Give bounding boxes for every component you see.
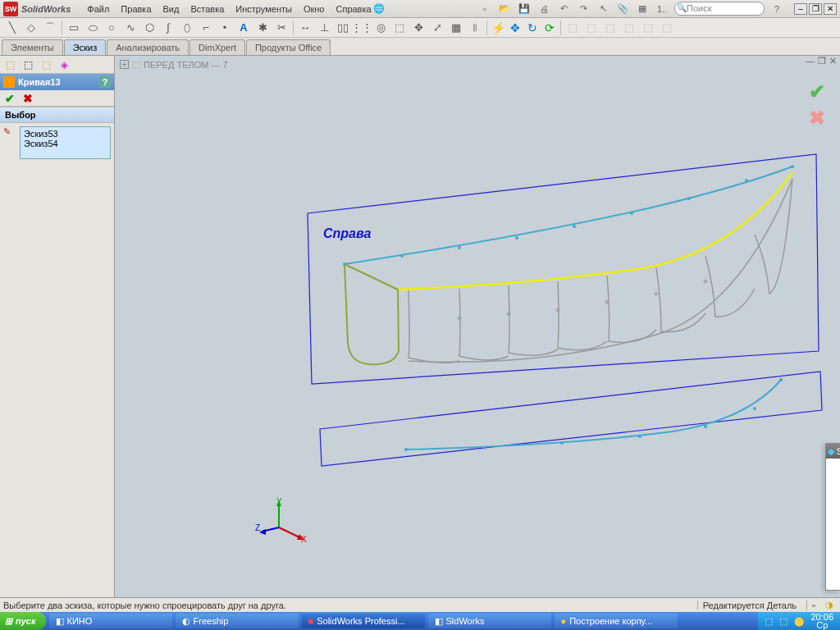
feature3-icon[interactable]: ⬚ bbox=[601, 20, 619, 36]
poly-icon[interactable]: ⬡ bbox=[140, 20, 158, 36]
grid-icon[interactable]: ▦ bbox=[635, 2, 650, 16]
arc-icon[interactable]: ⌒ bbox=[41, 20, 59, 36]
status-mode: Редактируется Деталь bbox=[697, 600, 801, 610]
print-icon[interactable]: 🖨 bbox=[536, 2, 551, 16]
move-view-icon[interactable]: ✥ bbox=[507, 20, 523, 36]
restore-button[interactable]: ❐ bbox=[809, 3, 822, 15]
circle-icon[interactable]: ○ bbox=[103, 20, 121, 36]
tab-sketch[interactable]: Эскиз bbox=[64, 39, 106, 55]
constraint-icon[interactable]: ⫴ bbox=[466, 20, 484, 36]
close-button[interactable]: ✕ bbox=[824, 3, 837, 15]
feature6-icon[interactable]: ⬚ bbox=[658, 20, 676, 36]
taskbar-item[interactable]: ◧КИНО bbox=[49, 614, 172, 628]
menu-help[interactable]: Справка bbox=[336, 4, 371, 14]
svg-point-8 bbox=[687, 197, 691, 200]
search-input[interactable]: Поиск bbox=[674, 2, 765, 16]
graphics-viewport[interactable]: — ❐ ✕ + ⬚ ПЕРЕД ТЕЛОМ --- 7 ✔ ✖ Справа bbox=[115, 56, 840, 597]
windows-taskbar: ⊞ пуск ◧КИНО ◐Freeship ■SolidWorks Profe… bbox=[0, 612, 840, 630]
snap-icon[interactable]: ✱ bbox=[253, 20, 272, 36]
taskbar-item[interactable]: ●Построение корпу... bbox=[555, 614, 678, 628]
svg-point-17 bbox=[779, 378, 783, 381]
shape-icon[interactable]: ◇ bbox=[22, 20, 40, 36]
tab-dimxpert[interactable]: DimXpert bbox=[189, 39, 245, 55]
menu-file[interactable]: Файл bbox=[87, 4, 109, 14]
grid2-icon[interactable]: ▦ bbox=[447, 20, 465, 36]
pattern-icon[interactable]: ⋮⋮ bbox=[353, 20, 371, 36]
selection-list[interactable]: Эскиз53 Эскиз54 bbox=[20, 126, 111, 159]
fillet-icon[interactable]: ⌐ bbox=[197, 20, 215, 36]
selection-item[interactable]: Эскиз54 bbox=[24, 139, 107, 148]
spline-icon[interactable]: ∿ bbox=[121, 20, 139, 36]
selection-section-header[interactable]: Выбор bbox=[0, 107, 114, 123]
ok-button[interactable]: ✔ bbox=[5, 92, 15, 105]
tray-icon[interactable]: ⬚ bbox=[779, 616, 788, 627]
tab-office[interactable]: Продукты Office bbox=[246, 39, 331, 55]
svg-point-12 bbox=[482, 446, 486, 450]
view-triad[interactable]: Y X Z bbox=[258, 499, 308, 548]
line-icon[interactable]: ╲ bbox=[3, 20, 21, 36]
open-icon[interactable]: 📂 bbox=[497, 2, 512, 16]
config-tab[interactable]: ⬚ bbox=[38, 57, 54, 72]
cancel-button[interactable]: ✖ bbox=[23, 92, 33, 105]
svg-point-16 bbox=[753, 407, 756, 410]
rect-icon[interactable]: ▭ bbox=[65, 20, 83, 36]
taskbar-item[interactable]: ◧SldWorks bbox=[428, 614, 551, 628]
tab-analyze[interactable]: Анализировать bbox=[107, 39, 189, 55]
feature5-icon[interactable]: ⬚ bbox=[639, 20, 657, 36]
svg-point-9 bbox=[745, 179, 748, 182]
point-icon[interactable]: • bbox=[216, 20, 234, 36]
dim-icon[interactable]: ↔ bbox=[296, 20, 314, 36]
status-flag-icon[interactable]: ◑ bbox=[825, 600, 833, 610]
feature2-icon[interactable]: ⬚ bbox=[582, 20, 600, 36]
relation-icon[interactable]: ⊥ bbox=[315, 20, 333, 36]
text-icon[interactable]: A bbox=[235, 20, 253, 36]
menu-insert[interactable]: Вставка bbox=[190, 4, 224, 14]
redo-icon[interactable]: ↷ bbox=[576, 2, 591, 16]
property-tab[interactable]: ⬚ bbox=[20, 57, 36, 72]
offset-icon[interactable]: ◎ bbox=[372, 20, 390, 36]
tab-elements[interactable]: Элементы bbox=[2, 39, 63, 55]
help-icon[interactable]: 🌐 bbox=[372, 2, 386, 16]
new-icon[interactable]: ▫ bbox=[477, 2, 492, 16]
mirror-icon[interactable]: ▯▯ bbox=[334, 20, 352, 36]
slot-icon[interactable]: ⬭ bbox=[84, 20, 102, 36]
selection-item[interactable]: Эскиз53 bbox=[24, 129, 107, 139]
menu-tools[interactable]: Инструменты bbox=[235, 4, 292, 14]
tray-icon[interactable]: ⬤ bbox=[794, 616, 804, 627]
taskbar-item[interactable]: ■SolidWorks Professi... bbox=[302, 614, 425, 628]
app-logo: SW bbox=[3, 2, 18, 16]
rotate-view-icon[interactable]: ↻ bbox=[524, 20, 541, 36]
clock[interactable]: 20:06Ср bbox=[810, 613, 833, 629]
feature-tree-tab[interactable]: ⬚ bbox=[2, 57, 18, 72]
trim-icon[interactable]: ✂ bbox=[272, 20, 290, 36]
menu-window[interactable]: Окно bbox=[304, 4, 325, 14]
ellipse-icon[interactable]: ⬯ bbox=[178, 20, 196, 36]
tray-icon[interactable]: ⬚ bbox=[765, 616, 773, 627]
feature4-icon[interactable]: ⬚ bbox=[620, 20, 638, 36]
main-toolbar: ╲ ◇ ⌒ ▭ ⬭ ○ ∿ ⬡ ∫ ⬯ ⌐ • A ✱ ✂ ↔ ⊥ ▯▯ ⋮⋮ … bbox=[0, 18, 840, 38]
move-icon[interactable]: ✥ bbox=[409, 20, 427, 36]
property-help-icon[interactable]: ? bbox=[99, 76, 111, 88]
save-icon[interactable]: 💾 bbox=[517, 2, 532, 16]
menu-view[interactable]: Вид bbox=[163, 4, 180, 14]
rebuild-icon[interactable]: ⚡ bbox=[490, 20, 506, 36]
taskbar-item[interactable]: ◐Freeship bbox=[176, 614, 299, 628]
dimexpert-tab[interactable]: ◈ bbox=[56, 57, 72, 72]
menu-edit[interactable]: Правка bbox=[121, 4, 151, 14]
select-icon[interactable]: ↖ bbox=[596, 2, 610, 16]
system-tray[interactable]: ⬚ ⬚ ⬤ 20:06Ср bbox=[758, 612, 840, 630]
scale-icon[interactable]: ⤢ bbox=[428, 20, 446, 36]
more-icon[interactable]: 1.. bbox=[655, 2, 669, 16]
status-units-icon[interactable]: ▫ bbox=[806, 600, 820, 610]
refresh-icon[interactable]: ⟳ bbox=[541, 20, 558, 36]
curve-icon[interactable]: ∫ bbox=[159, 20, 177, 36]
feature1-icon[interactable]: ⬚ bbox=[564, 20, 582, 36]
question-icon[interactable]: ? bbox=[769, 2, 784, 16]
minimize-button[interactable]: – bbox=[794, 3, 807, 15]
svg-point-2 bbox=[343, 262, 346, 266]
convert-icon[interactable]: ⬚ bbox=[390, 20, 409, 36]
undo-icon[interactable]: ↶ bbox=[556, 2, 571, 16]
clip-icon[interactable]: 📎 bbox=[615, 2, 630, 16]
task-pane[interactable]: ◆ S bbox=[825, 443, 840, 591]
start-button[interactable]: ⊞ пуск bbox=[0, 612, 46, 630]
